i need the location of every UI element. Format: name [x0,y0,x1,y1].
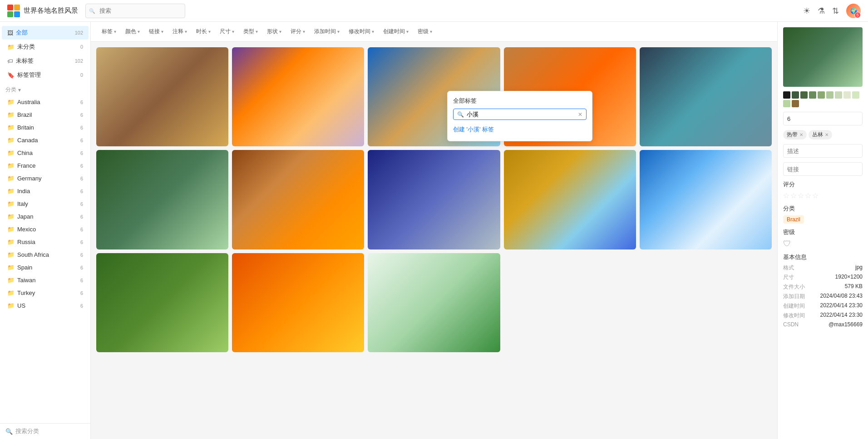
filter-rating-btn[interactable]: 评分▾ [287,26,309,37]
color-swatch-2[interactable] [792,91,799,99]
sidebar-count-taiwan: 6 [80,278,83,283]
panel-category-field: 分类 Brazil [783,205,863,224]
tag-tropical-close[interactable]: ✕ [799,132,803,137]
chevron-down-icon-duration: ▾ [208,29,211,34]
folder-icon-taiwan: 📁 [7,277,15,284]
sidebar-label-australia: Australia [17,99,78,105]
sidebar-item-italy[interactable]: 📁Italy6 [2,198,89,210]
sidebar-item-germany[interactable]: 📁Germany6 [2,172,89,185]
filter-duration-btn[interactable]: 时长▾ [192,26,214,37]
color-swatch-9[interactable] [852,91,859,99]
image-card-9[interactable] [504,150,636,249]
filter-duration-label: 时长 [196,28,207,35]
star-4[interactable]: ☆ [805,191,811,200]
filter-type-btn[interactable]: 类型▾ [240,26,261,37]
sidebar-item-turkey[interactable]: 📁Turkey6 [2,287,89,299]
filter-shape-btn[interactable]: 形状▾ [263,26,285,37]
panel-count-field [783,112,863,125]
shield-icon[interactable]: 🛡 [783,239,791,248]
info-row-source: CSDN @max156669 [783,321,863,328]
logo-icon [7,5,20,17]
color-swatch-10[interactable] [783,100,790,107]
sidebar-item-tag-manage[interactable]: 🔖 标签管理 0 [2,68,89,82]
panel-link-input[interactable] [783,162,863,176]
image-card-13[interactable] [368,253,500,352]
color-swatch-6[interactable] [826,91,833,99]
image-card-7[interactable] [232,150,364,249]
image-card-12[interactable] [232,253,364,352]
star-5[interactable]: ☆ [812,191,819,200]
sort-icon[interactable]: ⇅ [832,6,839,16]
star-2[interactable]: ☆ [790,191,797,200]
sidebar-item-britain[interactable]: 📁Britain6 [2,121,89,134]
filter-create-time-btn[interactable]: 创建时间▾ [380,26,412,37]
image-card-1[interactable] [96,47,228,146]
sidebar-item-australia[interactable]: 📁Australia6 [2,96,89,108]
filter-link-btn[interactable]: 链接▾ [145,26,167,37]
sidebar-all-label: 全部 [16,29,72,37]
star-3[interactable]: ☆ [798,191,804,200]
image-card-6[interactable] [96,150,228,249]
sidebar-content: 🖼 全部 102 📁 未分类 0 🏷 未标签 102 🔖 标签管理 0 [0,22,90,423]
image-card-11[interactable] [96,253,228,352]
image-card-5[interactable] [640,47,772,146]
sidebar-item-france[interactable]: 📁France6 [2,160,89,172]
color-swatch-11[interactable] [792,100,799,107]
sidebar-category-title[interactable]: 分类 ▾ [0,82,90,95]
sidebar-item-russia[interactable]: 📁Russia6 [2,236,89,248]
panel-category-value[interactable]: Brazil [783,215,804,224]
panel-description-input[interactable] [783,144,863,158]
tag-jungle-close[interactable]: ✕ [825,132,829,137]
sidebar-item-spain[interactable]: 📁Spain6 [2,261,89,274]
sidebar-search-btn[interactable]: 🔍 搜索分类 [5,427,85,435]
color-swatch-8[interactable] [843,91,851,99]
panel-rating-title: 评分 [783,180,863,189]
panel-count-input[interactable] [783,112,863,125]
image-card-8[interactable] [368,150,500,249]
sidebar-item-china[interactable]: 📁China6 [2,147,89,159]
image-card-2[interactable] [232,47,364,146]
filter-icon[interactable]: ⚗ [818,6,825,16]
star-1[interactable]: ☆ [783,191,789,200]
preview-image[interactable] [783,27,863,87]
color-swatch-7[interactable] [835,91,842,99]
dropdown-clear-icon[interactable]: ✕ [578,111,582,118]
filter-annotation-btn[interactable]: 注释▾ [169,26,191,37]
info-source-key: CSDN [783,321,799,328]
search-input[interactable] [85,4,185,18]
sidebar-item-mexico[interactable]: 📁Mexico6 [2,223,89,235]
sidebar-item-us[interactable]: 📁US6 [2,299,89,312]
dropdown-search-input[interactable] [467,111,575,118]
color-swatch-5[interactable] [818,91,825,99]
sidebar-item-taiwan[interactable]: 📁Taiwan6 [2,274,89,286]
image-card-10[interactable] [640,150,772,249]
filter-size-btn[interactable]: 尺寸▾ [216,26,238,37]
color-swatch-1[interactable] [783,91,790,99]
filter-tags-btn[interactable]: 标签▾ [98,26,120,37]
sidebar-count-japan: 6 [80,214,83,220]
sidebar-item-uncategorized[interactable]: 📁 未分类 0 [2,40,89,54]
filter-color-btn[interactable]: 颜色▾ [122,26,143,37]
main-layout: 🖼 全部 102 📁 未分类 0 🏷 未标签 102 🔖 标签管理 0 [0,22,868,439]
color-swatch-3[interactable] [800,91,808,99]
sidebar-item-brazil[interactable]: 📁Brazil6 [2,109,89,121]
filter-modify-time-label: 修改时间 [349,28,370,35]
sidebar-item-untagged[interactable]: 🏷 未标签 102 [2,54,89,68]
sidebar-item-canada[interactable]: 📁Canada6 [2,134,89,146]
sidebar-count-mexico: 6 [80,227,83,232]
sun-icon[interactable]: ☀ [803,6,810,16]
sidebar-label-uncat: 未分类 [17,43,78,51]
filter-add-time-btn[interactable]: 添加时间▾ [311,26,343,37]
color-swatch-4[interactable] [809,91,816,99]
filter-modify-time-btn[interactable]: 修改时间▾ [345,26,378,37]
avatar[interactable]: 🌍 5 [846,4,861,18]
sidebar-item-all[interactable]: 🖼 全部 102 [2,26,89,40]
sidebar-item-south-africa[interactable]: 📁South Africa6 [2,249,89,261]
sidebar-count-untag: 102 [75,58,83,64]
filter-security-btn[interactable]: 密级▾ [414,26,436,37]
sidebar-count-australia: 6 [80,100,83,105]
sidebar-item-japan[interactable]: 📁Japan6 [2,210,89,223]
folder-icon-china: 📁 [7,150,15,156]
dropdown-create-btn[interactable]: 创建 '小溪' 标签 [453,124,587,135]
sidebar-item-india[interactable]: 📁India6 [2,185,89,197]
